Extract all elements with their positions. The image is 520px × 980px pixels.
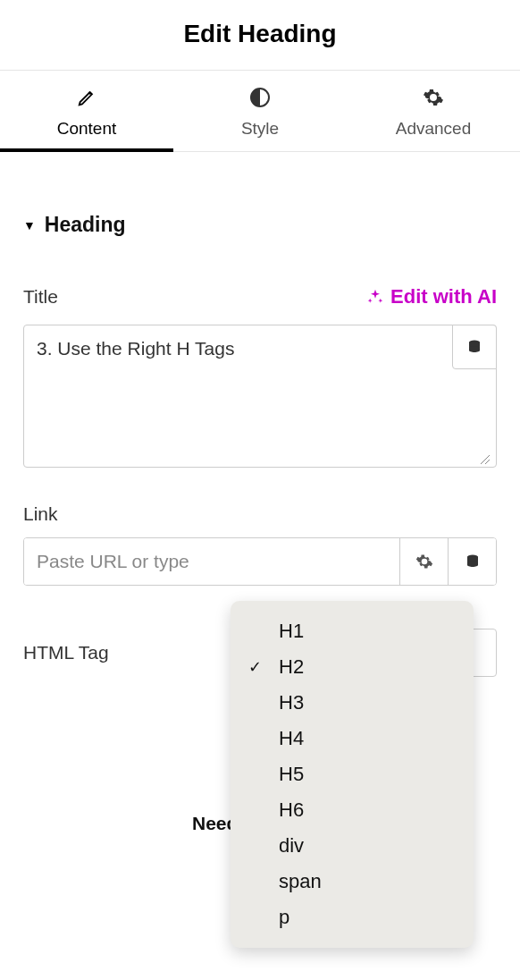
section-title: Heading [45, 213, 126, 237]
dropdown-option-span[interactable]: span [231, 864, 474, 900]
dropdown-option-h2[interactable]: ✓H2 [231, 649, 474, 685]
edit-with-ai-button[interactable]: Edit with AI [366, 285, 497, 308]
tab-content[interactable]: Content [0, 71, 173, 151]
svg-point-1 [431, 95, 436, 100]
dropdown-option-h4[interactable]: H4 [231, 721, 474, 756]
gear-icon [423, 87, 444, 108]
dynamic-tags-button[interactable] [452, 325, 497, 369]
dropdown-option-label: H3 [279, 691, 304, 714]
dropdown-option-h5[interactable]: H5 [231, 756, 474, 792]
html-tag-label: HTML Tag [23, 642, 109, 663]
dropdown-option-label: div [279, 834, 304, 858]
dropdown-option-h1[interactable]: H1 [231, 613, 474, 649]
tab-content-label: Content [57, 119, 117, 139]
link-options-button[interactable] [399, 538, 448, 585]
pencil-icon [76, 87, 97, 108]
dropdown-option-label: H1 [279, 620, 304, 643]
link-label: Link [23, 503, 497, 525]
edit-with-ai-label: Edit with AI [390, 285, 497, 308]
tabs-container: Content Style Advanced [0, 70, 520, 152]
dropdown-option-label: H4 [279, 727, 304, 750]
panel-title: Edit Heading [0, 0, 520, 70]
sparkle-icon [366, 288, 384, 306]
contrast-icon [249, 87, 271, 108]
html-tag-dropdown: H1✓H2H3H4H5H6divspanp [231, 601, 474, 948]
caret-down-icon: ▼ [23, 218, 36, 232]
dropdown-option-p[interactable]: p [231, 900, 474, 935]
gear-icon [415, 553, 433, 570]
tab-advanced[interactable]: Advanced [347, 71, 520, 151]
check-icon: ✓ [248, 657, 268, 677]
tab-style-label: Style [241, 119, 279, 139]
dropdown-option-label: H6 [279, 798, 304, 822]
tab-style[interactable]: Style [173, 71, 347, 151]
link-input[interactable] [24, 538, 399, 585]
title-textarea[interactable] [23, 325, 497, 468]
dropdown-option-div[interactable]: div [231, 828, 474, 864]
dropdown-option-label: p [279, 906, 289, 929]
dropdown-option-label: H5 [279, 763, 304, 786]
dropdown-option-label: H2 [279, 655, 304, 679]
dropdown-option-h6[interactable]: H6 [231, 792, 474, 828]
svg-point-5 [422, 560, 426, 564]
title-label: Title [23, 286, 58, 308]
dropdown-option-label: span [279, 870, 322, 893]
section-header[interactable]: ▼ Heading [23, 152, 497, 237]
dropdown-option-h3[interactable]: H3 [231, 685, 474, 721]
tab-advanced-label: Advanced [396, 119, 472, 139]
database-icon [465, 553, 481, 570]
dynamic-link-button[interactable] [448, 538, 496, 585]
database-icon [466, 339, 482, 355]
